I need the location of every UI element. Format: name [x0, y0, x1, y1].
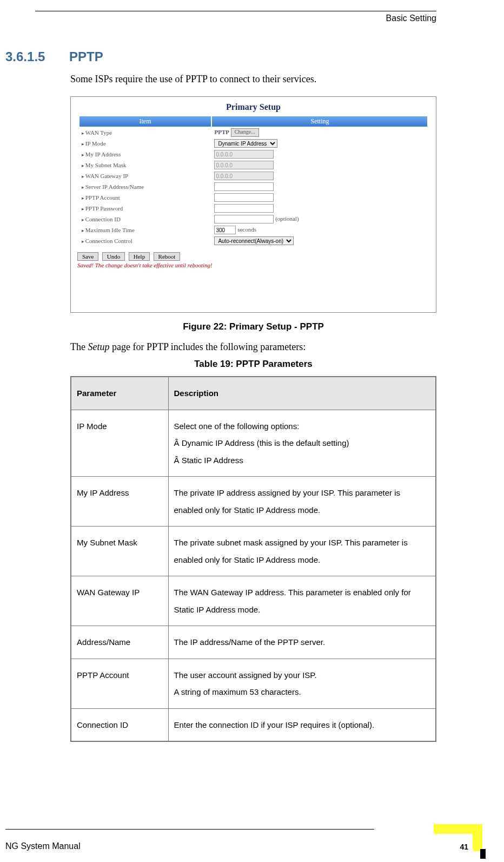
reboot-button[interactable]: Reboot — [154, 252, 181, 261]
max-idle-input[interactable] — [214, 226, 236, 234]
row-password-label: PPTP Password — [79, 203, 211, 213]
intro-paragraph: Some ISPs require the use of PPTP to con… — [0, 64, 472, 87]
th-parameter: Parameter — [71, 377, 168, 410]
desc-conn-id: Enter the connection ID if your ISP requ… — [168, 708, 436, 741]
row-conn-id-label: Connection ID — [79, 214, 211, 224]
th-description: Description — [168, 377, 436, 410]
page: Basic Setting 3.6.1.5 PPTP Some ISPs req… — [0, 11, 504, 862]
screenshot-header-row: Item Setting — [79, 116, 428, 127]
row-ip-mode-label: IP Mode — [79, 139, 211, 148]
screenshot-table: Item Setting WAN Type PPTP Change... IP … — [78, 115, 429, 247]
wan-gw-input[interactable] — [214, 172, 274, 180]
server-input[interactable] — [214, 182, 274, 191]
para2-b: page for PPTP includes the following par… — [109, 341, 306, 352]
section-number: 3.6.1.5 — [0, 49, 45, 64]
screenshot-col-setting: Setting — [212, 116, 427, 127]
row-account-label: PPTP Account — [79, 193, 211, 202]
table-row: My IP Address The private IP address ass… — [71, 477, 436, 527]
desc-pptp-account-1: The user account assigned by your ISP. — [174, 667, 430, 684]
row-my-subnet-label: My Subnet Mask — [79, 160, 211, 170]
crop-marks — [450, 824, 482, 857]
section-heading: 3.6.1.5 PPTP — [0, 23, 472, 64]
ip-mode-select[interactable]: Dynamic IP Address — [214, 139, 277, 148]
undo-button[interactable]: Undo — [102, 252, 125, 261]
table-row: My Subnet Mask The private subnet mask a… — [71, 527, 436, 576]
screenshot-col-item: Item — [79, 116, 211, 127]
figure-caption: Figure 22: Primary Setup - PPTP — [0, 313, 472, 332]
conn-id-input[interactable] — [214, 215, 274, 223]
account-input[interactable] — [214, 193, 274, 202]
idle-unit: seconds — [237, 226, 256, 233]
desc-my-subnet: The private subnet mask assigned by your… — [168, 527, 436, 576]
section-title: PPTP — [49, 49, 103, 64]
screenshot-button-bar: Save Undo Help Reboot — [71, 247, 436, 261]
table-row: PPTP Account The user account assigned b… — [71, 659, 436, 708]
desc-my-ip: The private IP address assigned by your … — [168, 477, 436, 527]
para2-a: The — [70, 341, 88, 352]
crop-mark-icon — [473, 824, 482, 851]
help-button[interactable]: Help — [129, 252, 150, 261]
param-ip-mode: IP Mode — [71, 410, 168, 477]
param-wan-gw: WAN Gateway IP — [71, 576, 168, 626]
conn-ctrl-select[interactable]: Auto-reconnect(Always-on) — [214, 236, 294, 245]
password-input[interactable] — [214, 204, 274, 213]
desc-ip-mode: Select one of the following options: Dyn… — [168, 410, 436, 477]
row-max-idle-label: Maximum Idle Time — [79, 225, 211, 235]
param-conn-id: Connection ID — [71, 708, 168, 741]
screenshot-title: Primary Setup — [71, 97, 436, 115]
save-button[interactable]: Save — [77, 252, 98, 261]
parameter-table: Parameter Description IP Mode Select one… — [70, 376, 436, 742]
header-section: Basic Setting — [0, 11, 472, 23]
wan-type-value: PPTP — [214, 129, 229, 135]
second-paragraph: The Setup page for PPTP includes the fol… — [0, 332, 472, 354]
desc-wan-gw: The WAN Gateway IP address. This paramet… — [168, 576, 436, 626]
desc-pptp-account-2: A string of maximum 53 characters. — [174, 683, 430, 701]
crop-mark-icon — [480, 849, 486, 859]
para2-italic: Setup — [88, 341, 109, 352]
desc-address-name: The IP address/Name of the PPTP server. — [168, 626, 436, 659]
footer: NG System Manual 41 — [0, 829, 504, 851]
desc-pptp-account: The user account assigned by your ISP. A… — [168, 659, 436, 708]
screenshot-figure: Primary Setup Item Setting WAN Type PPTP… — [70, 96, 436, 313]
row-server-label: Server IP Address/Name — [79, 182, 211, 192]
table-row: Address/Name The IP address/Name of the … — [71, 626, 436, 659]
param-my-subnet: My Subnet Mask — [71, 527, 168, 576]
screenshot-warning: Saved! The change doesn't take effective… — [71, 261, 436, 268]
my-subnet-input[interactable] — [214, 161, 274, 169]
my-ip-input[interactable] — [214, 150, 274, 159]
optional-label: (optional) — [275, 215, 299, 222]
param-my-ip: My IP Address — [71, 477, 168, 527]
footer-manual-name: NG System Manual — [5, 841, 81, 851]
table-row: WAN Gateway IP The WAN Gateway IP addres… — [71, 576, 436, 626]
change-button[interactable]: Change... — [231, 128, 259, 137]
table-caption: Table 19: PPTP Parameters — [0, 354, 472, 370]
desc-ip-mode-opt1: Dynamic IP Address (this is the default … — [174, 435, 430, 452]
desc-ip-mode-opt2: Static IP Address — [174, 452, 430, 469]
row-my-ip-label: My IP Address — [79, 149, 211, 159]
row-wan-type-label: WAN Type — [79, 128, 211, 137]
row-conn-ctrl-label: Connection Control — [79, 236, 211, 246]
param-pptp-account: PPTP Account — [71, 659, 168, 708]
desc-ip-mode-intro: Select one of the following options: — [174, 418, 430, 435]
table-row: Connection ID Enter the connection ID if… — [71, 708, 436, 741]
table-header-row: Parameter Description — [71, 377, 436, 410]
param-address-name: Address/Name — [71, 626, 168, 659]
row-wan-gw-label: WAN Gateway IP — [79, 171, 211, 181]
table-row: IP Mode Select one of the following opti… — [71, 410, 436, 477]
